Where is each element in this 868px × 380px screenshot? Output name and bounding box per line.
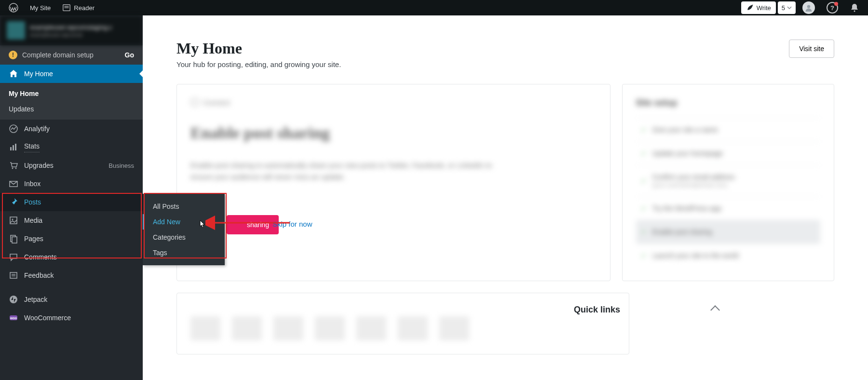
setup-title: Site setup — [636, 98, 821, 108]
check-icon: ✓ — [640, 149, 648, 157]
check-icon: ✓ — [640, 177, 648, 185]
svg-point-20 — [10, 296, 17, 303]
chevron-up-icon — [710, 305, 720, 315]
setup-item-active[interactable]: •Enable post sharing — [636, 220, 821, 244]
onboarding-card: Connect Enable post sharing Enable post … — [176, 84, 610, 281]
main-content: My Home Your hub for posting, editing, a… — [143, 15, 868, 380]
domain-setup-row[interactable]: ! Complete domain setup Go — [0, 45, 143, 65]
site-switcher[interactable]: exampleuser.wpcomstaging.c exampleuser.w… — [0, 15, 143, 45]
help-button[interactable]: ? — [822, 0, 843, 15]
enable-sharing-button[interactable]: sharing — [227, 215, 279, 234]
pin-icon — [9, 197, 18, 207]
svg-point-10 — [12, 168, 14, 169]
menu-label: Feedback — [24, 271, 54, 279]
reader-label: Reader — [74, 4, 95, 12]
cards-row: Connect Enable post sharing Enable post … — [176, 84, 834, 281]
my-site-link[interactable]: My Site — [25, 0, 55, 15]
placeholder-block — [273, 316, 303, 340]
sidebar-item-stats[interactable]: Stats — [0, 138, 143, 156]
woo-icon: woo — [9, 313, 18, 323]
menu-label: Stats — [24, 142, 40, 152]
placeholder-block — [356, 316, 386, 340]
sidebar-item-pages[interactable]: Pages — [0, 230, 143, 248]
menu-label: Inbox — [24, 180, 41, 188]
quick-links-header[interactable]: Quick links — [574, 305, 719, 315]
sidebar-item-media[interactable]: Media — [0, 211, 143, 230]
write-label: Write — [757, 4, 771, 12]
menu-label: Pages — [24, 235, 43, 243]
notification-count[interactable]: 5 — [778, 1, 796, 14]
menu-label: Comments — [24, 253, 57, 261]
site-setup-card: Site setup ✓Give your site a name ✓Updat… — [622, 84, 835, 281]
submenu-myhome[interactable]: My Home — [0, 86, 143, 101]
setup-item[interactable]: ✓Update your homepage — [636, 141, 821, 165]
page-header: My Home Your hub for posting, editing, a… — [176, 40, 834, 68]
admin-sidebar: exampleuser.wpcomstaging.c exampleuser.w… — [0, 15, 143, 380]
menu-label: My Home — [24, 70, 53, 78]
myhome-submenu: My Home Updates — [0, 83, 143, 120]
flyout-all-posts[interactable]: All Posts — [143, 199, 225, 214]
bell-button[interactable] — [845, 0, 864, 15]
button-label: sharing — [247, 221, 269, 229]
sidebar-item-posts[interactable]: Posts — [0, 193, 143, 211]
svg-point-14 — [12, 219, 14, 220]
setup-item[interactable]: ✓Confirm your email address(your-usernam… — [636, 165, 821, 196]
svg-point-5 — [854, 11, 855, 12]
setup-item[interactable]: ✓Try the WordPress app — [636, 196, 821, 220]
svg-rect-7 — [10, 147, 12, 150]
placeholder-block — [439, 316, 469, 340]
write-button[interactable]: Write — [741, 1, 776, 14]
placeholder-row — [190, 307, 615, 340]
leaf-icon — [746, 4, 754, 12]
svg-text:woo: woo — [10, 316, 17, 320]
submenu-updates[interactable]: Updates — [0, 101, 143, 117]
sidebar-item-comments[interactable]: Comments — [0, 248, 143, 266]
quicklinks-label: Quick links — [574, 305, 620, 315]
home-icon — [9, 69, 18, 79]
bars-icon — [9, 142, 18, 152]
placeholder-block — [315, 316, 345, 340]
blurred-setup-content: Site setup ✓Give your site a name ✓Updat… — [636, 98, 821, 267]
placeholder-block — [190, 316, 220, 340]
flyout-add-new[interactable]: Add New — [143, 214, 225, 230]
count-value: 5 — [782, 4, 785, 12]
user-avatar[interactable] — [798, 0, 820, 15]
svg-rect-16 — [12, 237, 17, 243]
svg-rect-9 — [15, 144, 16, 150]
sidebar-item-upgrades[interactable]: Upgrades Business — [0, 156, 143, 175]
step-circle-icon — [190, 98, 199, 107]
go-link[interactable]: Go — [125, 51, 134, 59]
page-subtitle: Your hub for posting, editing, and growi… — [176, 60, 341, 68]
domain-setup-label: Complete domain setup — [22, 51, 94, 59]
blurred-card-content: Connect Enable post sharing Enable post … — [190, 98, 597, 221]
flyout-tags[interactable]: Tags — [143, 245, 225, 260]
check-icon: ✓ — [640, 126, 648, 134]
site-thumbnail — [7, 21, 25, 40]
flyout-categories[interactable]: Categories — [143, 230, 225, 245]
placeholder-block — [232, 316, 262, 340]
pages-icon — [9, 234, 18, 244]
mail-icon — [9, 179, 18, 189]
card-body: Enable post sharing to automatically sha… — [190, 160, 509, 183]
sidebar-item-analytify[interactable]: Analytify — [0, 120, 143, 138]
sidebar-item-myhome[interactable]: My Home — [0, 65, 143, 83]
menu-label: Media — [24, 217, 42, 224]
warning-icon: ! — [9, 51, 17, 59]
svg-rect-8 — [13, 145, 14, 150]
menu-label: Analytify — [24, 125, 50, 133]
menu-label: Upgrades — [24, 162, 54, 169]
setup-item[interactable]: ✓Give your site a name — [636, 118, 821, 141]
comment-icon — [9, 252, 18, 262]
reader-icon — [62, 3, 71, 12]
visit-site-button[interactable]: Visit site — [789, 40, 834, 58]
sidebar-item-jetpack[interactable]: Jetpack — [0, 290, 143, 309]
sidebar-item-inbox[interactable]: Inbox — [0, 175, 143, 193]
reader-link[interactable]: Reader — [57, 0, 99, 15]
skip-link[interactable]: Skip for now — [272, 220, 312, 228]
sidebar-item-feedback[interactable]: Feedback — [0, 266, 143, 285]
sidebar-item-woocommerce[interactable]: woo WooCommerce — [0, 309, 143, 327]
setup-item[interactable]: ✓Launch your site to the world — [636, 244, 821, 267]
cart-icon — [9, 161, 18, 170]
wp-logo[interactable] — [4, 0, 23, 15]
posts-flyout: All Posts Add New Categories Tags — [143, 194, 225, 265]
